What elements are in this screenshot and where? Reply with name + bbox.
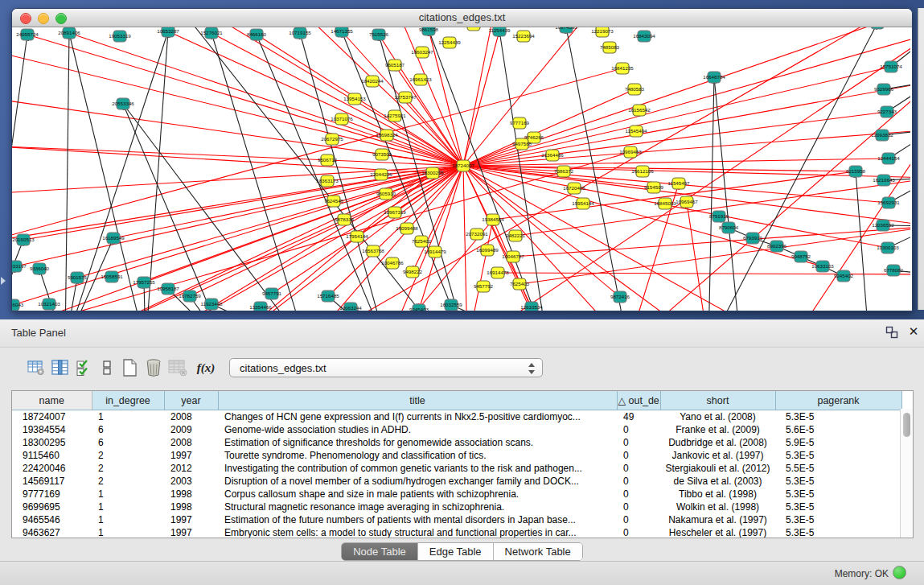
table-cell[interactable]: 18300295 <box>12 436 92 449</box>
table-row[interactable]: 946554611997Estimation of the future num… <box>12 513 901 526</box>
graph-edge[interactable] <box>65 33 69 311</box>
table-row[interactable]: 1456911722003Disruption of a novel membe… <box>12 475 901 488</box>
table-cell[interactable]: 0 <box>617 513 660 526</box>
table-cell[interactable]: Nakamura et al. (1997) <box>660 513 775 526</box>
graph-edge[interactable] <box>714 77 741 311</box>
table-cell[interactable]: 1997 <box>164 449 218 462</box>
table-row[interactable]: 2242004622012Investigating the contribut… <box>12 462 901 475</box>
table-cell[interactable]: 1 <box>92 501 164 513</box>
table-cell[interactable]: 18724007 <box>12 410 92 424</box>
table-cell[interactable]: 2009 <box>164 423 218 436</box>
table-cell[interactable]: Franke et al. (2009) <box>660 423 775 436</box>
table-cell[interactable]: 1998 <box>164 488 218 501</box>
column-header[interactable]: pagerank <box>775 391 901 410</box>
table-cell[interactable]: 1 <box>92 513 164 526</box>
table-cell[interactable]: 0 <box>617 475 660 488</box>
table-cell[interactable]: 5.3E-5 <box>775 501 901 513</box>
table-cell[interactable]: Disruption of a novel member of a sodium… <box>218 475 617 488</box>
column-header[interactable]: △ out_de... <box>617 391 660 410</box>
table-cell[interactable]: Wolkin et al. (1998) <box>660 501 775 513</box>
table-cell[interactable]: Jankovic et al. (1997) <box>660 449 775 462</box>
table-cell[interactable]: 6 <box>92 436 164 449</box>
table-cell[interactable]: 5.3E-5 <box>775 410 901 424</box>
table-cell[interactable]: 1998 <box>164 501 218 513</box>
close-panel-icon[interactable]: ✕ <box>907 325 920 338</box>
graph-edge[interactable] <box>463 67 891 166</box>
table-cell[interactable]: 6 <box>92 423 164 436</box>
graph-node[interactable] <box>467 27 480 31</box>
function-builder-button[interactable]: f(x) <box>193 356 219 379</box>
table-cell[interactable]: Dudbridge et al. (2008) <box>660 436 775 449</box>
table-row[interactable]: 911546021997Tourette syndrome. Phenomeno… <box>12 449 901 462</box>
table-cell[interactable]: 22420046 <box>12 462 92 475</box>
table-cell[interactable]: 0 <box>617 462 660 475</box>
tab-node-table[interactable]: Node Table <box>342 543 418 560</box>
table-cell[interactable]: 0 <box>617 436 660 449</box>
table-row[interactable]: 969969511998Structural magnetic resonanc… <box>12 501 901 513</box>
table-cell[interactable]: Corpus callosum shape and size in male p… <box>218 488 617 501</box>
new-table-button[interactable] <box>119 356 140 379</box>
table-cell[interactable]: Tibbo et al. (1998) <box>660 488 775 501</box>
column-header[interactable]: in_degree <box>92 391 164 410</box>
graph-edge[interactable] <box>12 166 463 311</box>
column-header[interactable]: title <box>218 391 617 410</box>
table-cell[interactable]: Genome-wide association studies in ADHD. <box>218 423 617 436</box>
graph-edge[interactable] <box>708 77 714 311</box>
float-panel-icon[interactable] <box>885 326 898 339</box>
table-cell[interactable]: Stergiakouli et al. (2012) <box>660 462 775 475</box>
graph-edge[interactable] <box>687 202 708 311</box>
table-row[interactable]: 977716911998Corpus callosum shape and si… <box>12 488 901 501</box>
scrollbar-thumb[interactable] <box>903 413 910 437</box>
table-cell[interactable]: 5.3E-5 <box>775 513 901 526</box>
column-header[interactable]: name <box>12 391 92 410</box>
tab-edge-table[interactable]: Edge Table <box>418 543 494 560</box>
table-cell[interactable]: 0 <box>617 501 660 513</box>
table-cell[interactable]: Yano et al. (2008) <box>660 410 775 424</box>
table-cell[interactable]: 2008 <box>164 410 218 424</box>
panel-collapse-arrow-icon[interactable] <box>1 277 6 285</box>
graph-edge[interactable] <box>463 31 499 166</box>
table-cell[interactable]: 5.5E-5 <box>775 462 901 475</box>
graph-edge[interactable] <box>463 159 889 166</box>
table-cell[interactable]: 9115460 <box>12 449 92 462</box>
table-cell[interactable]: Estimation of significance thresholds fo… <box>218 436 617 449</box>
table-cell[interactable]: de Silva et al. (2003) <box>660 475 775 488</box>
column-header[interactable]: short <box>660 391 775 410</box>
table-cell[interactable]: 14569117 <box>12 475 92 488</box>
table-cell[interactable]: 2012 <box>164 462 218 475</box>
graph-edge[interactable] <box>342 119 463 166</box>
network-window-titlebar[interactable]: citations_edges.txt <box>12 9 912 27</box>
table-cell[interactable]: 5.3E-5 <box>775 475 901 488</box>
tab-network-table[interactable]: Network Table <box>494 543 582 560</box>
table-cell[interactable]: 1 <box>92 410 164 424</box>
table-cell[interactable]: 2008 <box>164 436 218 449</box>
table-cell[interactable]: Structural magnetic resonance image aver… <box>218 501 617 513</box>
table-row[interactable]: 1938455462009Genome-wide association stu… <box>12 423 901 436</box>
select-columns-button[interactable] <box>50 356 71 379</box>
table-cell[interactable]: Investigating the contribution of common… <box>218 462 617 475</box>
network-window[interactable]: citations_edges.txt 24055724208914061905… <box>11 8 913 311</box>
show-rows-button[interactable] <box>97 356 117 379</box>
table-cell[interactable]: Changes of HCN gene expression and I(f) … <box>218 410 617 424</box>
table-row[interactable]: 1830029562008Estimation of significance … <box>12 436 901 449</box>
table-cell[interactable]: 2003 <box>164 475 218 488</box>
table-cell[interactable]: 9463627 <box>12 526 92 538</box>
table-cell[interactable]: 0 <box>617 423 660 436</box>
column-header[interactable]: year <box>164 391 218 410</box>
table-vertical-scrollbar[interactable] <box>900 409 913 538</box>
table-cell[interactable]: 2 <box>92 475 164 488</box>
table-settings-button[interactable] <box>26 356 47 379</box>
select-all-columns-button[interactable] <box>74 356 95 379</box>
table-cell[interactable]: 5.9E-5 <box>775 436 901 449</box>
table-cell[interactable]: Embryonic stem cells: a model to study s… <box>218 526 617 538</box>
table-cell[interactable]: Estimation of the future numbers of pati… <box>218 513 617 526</box>
table-cell[interactable]: 5.6E-5 <box>775 423 901 436</box>
table-cell[interactable]: 5.3E-5 <box>775 488 901 501</box>
table-cell[interactable]: 0 <box>617 526 660 538</box>
graph-edge[interactable] <box>13 166 463 305</box>
table-cell[interactable]: 1 <box>92 526 164 538</box>
table-cell[interactable]: 0 <box>617 449 660 462</box>
delete-rows-button[interactable] <box>143 356 164 379</box>
table-cell[interactable]: 1997 <box>164 513 218 526</box>
graph-node[interactable] <box>871 27 884 29</box>
